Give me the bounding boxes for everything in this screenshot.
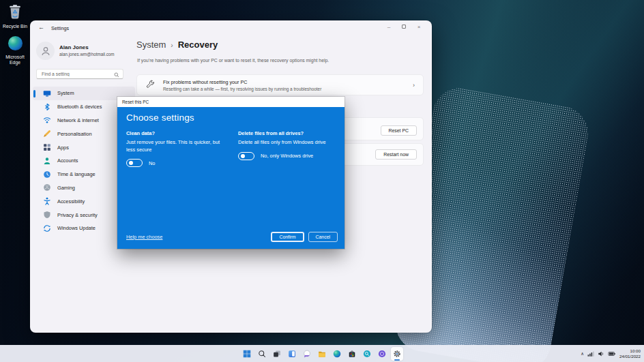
fix-card-title: Fix problems without resetting your PC [163, 79, 321, 85]
cancel-button[interactable]: Cancel [308, 232, 338, 242]
chevron-right-icon: › [413, 82, 415, 89]
brush-icon [43, 130, 51, 138]
taskbar-search-button[interactable] [256, 347, 268, 361]
microsoft-store-button[interactable] [346, 347, 358, 361]
search-app-button[interactable] [361, 347, 373, 361]
widgets-button[interactable] [286, 347, 298, 361]
recycle-bin-icon [6, 3, 24, 23]
close-button[interactable]: × [411, 22, 426, 31]
clean-data-toggle[interactable] [126, 159, 143, 167]
clean-data-description: Just remove your files. This is quicker,… [126, 139, 227, 153]
person-icon [40, 46, 51, 57]
toggle-knob [129, 161, 133, 165]
store-bag-icon [348, 350, 356, 358]
purple-app-button[interactable] [376, 347, 388, 361]
user-avatar[interactable] [36, 42, 55, 60]
edge-icon [333, 350, 341, 358]
chat-button[interactable] [301, 347, 313, 361]
maximize-button[interactable] [396, 22, 411, 31]
task-view-button[interactable] [271, 347, 283, 361]
delete-drives-toggle-label: No, only Windows drive [261, 153, 313, 159]
battery-icon[interactable] [608, 348, 616, 360]
wifi-icon [43, 116, 51, 124]
edge-icon [8, 35, 23, 54]
delete-drives-question: Delete files from all drives? [238, 130, 336, 136]
fix-card-subtitle: Resetting can take a while — first, try … [163, 87, 321, 91]
wrench-icon [146, 79, 155, 91]
reset-pc-button[interactable]: Reset PC [381, 125, 418, 136]
search-field-wrap [36, 69, 123, 79]
gear-icon [393, 350, 401, 358]
widgets-icon [288, 350, 296, 358]
dialog-titlebar: Reset this PC [117, 97, 345, 107]
update-arrows-icon [43, 224, 51, 232]
back-button[interactable]: ← [38, 24, 44, 31]
window-title: Settings [51, 25, 69, 31]
minimize-button[interactable]: – [381, 22, 396, 31]
breadcrumb: System › Recovery [136, 40, 218, 50]
clock-icon [43, 170, 51, 179]
window-titlebar: ← Settings – × [30, 20, 432, 34]
desktop-icon-recycle-bin[interactable]: Recycle Bin [0, 3, 30, 29]
page-title: Recovery [178, 40, 218, 50]
taskbar-settings-button[interactable] [391, 347, 403, 361]
search-app-icon [363, 350, 371, 358]
clock[interactable]: 10:00 24/01/2022 [619, 348, 641, 359]
fix-problems-card[interactable]: Fix problems without resetting your PC R… [136, 74, 424, 95]
task-view-icon [273, 350, 281, 358]
help-me-choose-link[interactable]: Help me choose [126, 234, 162, 240]
reset-pc-dialog: Reset this PC Choose settings Clean data… [117, 97, 345, 249]
page-intro: If you're having problems with your PC o… [137, 58, 329, 63]
taskbar: ∧ 10:00 24/01/2022 [0, 345, 644, 362]
start-button[interactable] [241, 347, 253, 361]
search-icon [114, 68, 119, 80]
dialog-body: Choose settings Clean data? Just remove … [117, 107, 345, 249]
desktop-icon-microsoft-edge[interactable]: Microsoft Edge [0, 35, 30, 65]
edge-button[interactable] [331, 347, 343, 361]
clean-data-question: Clean data? [126, 130, 227, 136]
tray-date: 24/01/2022 [619, 354, 641, 359]
restart-now-button[interactable]: Restart now [375, 149, 417, 160]
accounts-person-icon [43, 157, 51, 165]
dialog-heading: Choose settings [126, 112, 336, 123]
desktop-icon-label: Recycle Bin [3, 24, 27, 29]
volume-icon[interactable] [598, 348, 604, 360]
maximize-icon [402, 25, 406, 29]
system-icon [43, 89, 51, 97]
search-input[interactable] [37, 72, 114, 76]
tray-time: 10:00 [619, 348, 641, 354]
desktop-icon-label: Microsoft Edge [0, 55, 30, 65]
dialog-title: Reset this PC [122, 100, 149, 104]
user-email: alan.jones.wm@hotmail.com [59, 52, 115, 57]
user-name: Alan Jones [59, 44, 89, 50]
clean-data-toggle-label: No [149, 160, 155, 166]
confirm-button[interactable]: Confirm [271, 232, 304, 242]
breadcrumb-separator: › [171, 42, 173, 49]
desktop: Recycle Bin Microsoft Edge ← Settings – [0, 0, 644, 362]
shield-icon [43, 211, 51, 219]
file-explorer-button[interactable] [316, 347, 328, 361]
breadcrumb-parent[interactable]: System [136, 40, 166, 50]
system-tray: ∧ 10:00 24/01/2022 [581, 345, 641, 362]
delete-drives-description: Delete all files only from Windows drive [238, 139, 336, 147]
folder-icon [318, 350, 326, 358]
network-icon[interactable] [587, 348, 594, 360]
windows-logo-icon [243, 350, 251, 358]
accessibility-person-icon [43, 197, 51, 205]
tray-chevron-icon[interactable]: ∧ [581, 351, 584, 357]
xbox-icon [43, 183, 51, 192]
chat-bubble-icon [303, 350, 311, 358]
bluetooth-icon [43, 103, 51, 111]
toggle-knob [241, 154, 245, 158]
search-icon [258, 350, 266, 358]
delete-drives-toggle[interactable] [238, 152, 254, 160]
apps-grid-icon [43, 143, 51, 151]
purple-app-icon [378, 350, 386, 358]
